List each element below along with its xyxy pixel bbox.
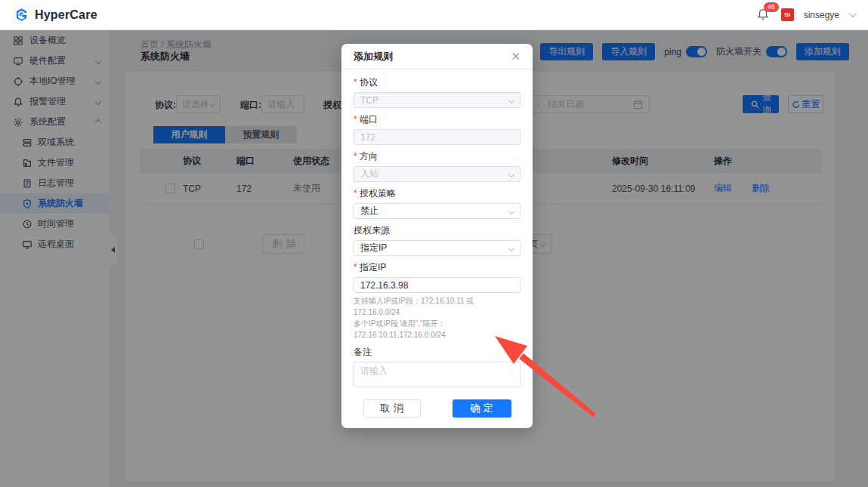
add-rule-modal: 添加规则 ✕ 协议 TCP 端口 172 方向 入站 授权策略 禁止 授权来源 … bbox=[341, 44, 533, 428]
direction-select: 入站 bbox=[354, 166, 520, 182]
modal-title: 添加规则 bbox=[354, 50, 393, 63]
username: sinsegye bbox=[804, 10, 839, 20]
protocol-select: TCP bbox=[354, 92, 520, 108]
chevron-down-icon bbox=[508, 208, 514, 214]
port-label: 端口 bbox=[354, 113, 520, 126]
user-menu-chevron-icon[interactable] bbox=[849, 10, 857, 17]
chevron-down-icon bbox=[508, 245, 514, 251]
protocol-label: 协议 bbox=[354, 76, 520, 89]
confirm-button[interactable]: 确定 bbox=[453, 399, 511, 418]
brand: HyperCare bbox=[14, 7, 97, 23]
cancel-button[interactable]: 取消 bbox=[363, 399, 421, 418]
policy-select[interactable]: 禁止 bbox=[354, 203, 520, 219]
ip-hint-line2: 多个IP或IP段 请用","隔开：172.16.10.11,172.16.0.0… bbox=[354, 319, 520, 341]
remark-textarea[interactable] bbox=[354, 362, 520, 387]
hypercare-logo-icon bbox=[14, 7, 29, 23]
close-icon[interactable]: ✕ bbox=[511, 51, 520, 62]
chevron-down-icon bbox=[508, 171, 514, 177]
topbar: HyperCare 48 SI sinsegye bbox=[0, 0, 868, 30]
source-label: 授权来源 bbox=[354, 224, 520, 237]
source-select[interactable]: 指定IP bbox=[354, 240, 520, 256]
brand-name: HyperCare bbox=[35, 8, 97, 22]
notification-bell[interactable]: 48 bbox=[756, 8, 771, 23]
ip-hint-line1: 支持输入IP或IP段：172.16.10.11 或 172.16.0.0/24 bbox=[354, 296, 520, 318]
specified-ip-label: 指定IP bbox=[354, 261, 520, 274]
policy-label: 授权策略 bbox=[354, 187, 520, 200]
direction-label: 方向 bbox=[354, 150, 520, 163]
notification-badge: 48 bbox=[764, 2, 779, 12]
remark-label: 备注 bbox=[354, 346, 520, 359]
avatar[interactable]: SI bbox=[781, 8, 794, 21]
specified-ip-input[interactable] bbox=[354, 277, 520, 293]
chevron-down-icon bbox=[508, 97, 514, 103]
port-input: 172 bbox=[354, 129, 520, 145]
